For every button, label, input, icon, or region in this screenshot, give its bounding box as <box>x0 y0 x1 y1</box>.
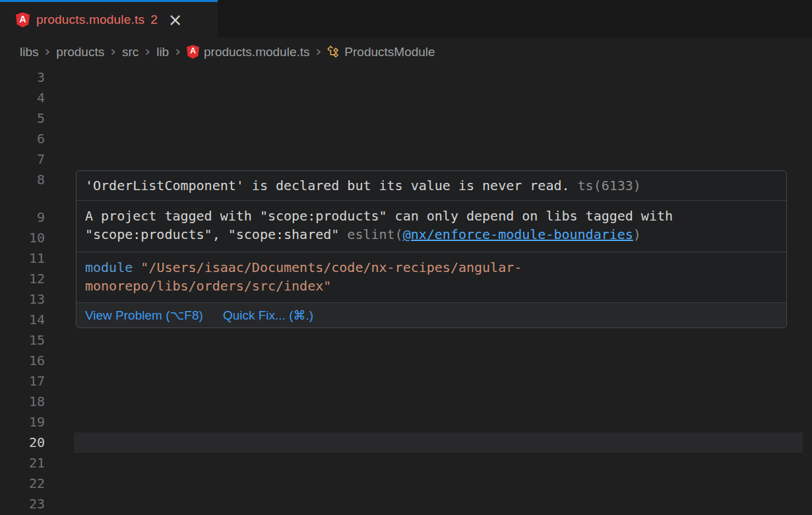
chevron-right-icon: › <box>45 43 51 59</box>
breadcrumb-item-libs[interactable]: libs <box>20 45 39 59</box>
breadcrumb-item-lib[interactable]: lib <box>156 45 169 59</box>
tab-products-module[interactable]: products.module.ts 2 × <box>0 0 218 38</box>
hover-action-view[interactable]: View Problem (⌥F8) <box>85 308 203 323</box>
code-line-18[interactable]: 18 <box>0 392 812 412</box>
line-number: 19 <box>0 412 45 432</box>
module-keyword: module <box>85 259 133 275</box>
line-number: 6 <box>0 129 45 149</box>
line-number: 13 <box>0 289 45 310</box>
breadcrumb-item-products[interactable]: products <box>56 45 104 59</box>
angular-logo-icon <box>187 45 199 59</box>
code-line-23[interactable]: 23 <box>0 494 812 514</box>
tab-title: products.module.ts <box>36 13 144 27</box>
code-line-16[interactable]: 16 <box>0 351 812 371</box>
line-number: 16 <box>0 351 45 371</box>
line-number: 22 <box>0 473 45 494</box>
breadcrumb-item-src[interactable]: src <box>122 45 139 59</box>
eslint-text-line1: A project tagged with "scope:products" c… <box>85 208 673 224</box>
line-number: 17 <box>0 371 45 392</box>
code-line-7[interactable]: 7 <box>0 149 812 170</box>
error-hover-popup: 'OrderListComponent' is declared but its… <box>76 170 787 328</box>
tab-bar: products.module.ts 2 × <box>0 0 812 38</box>
line-number: 18 <box>0 392 45 412</box>
line-number: 4 <box>0 88 45 108</box>
chevron-right-icon: › <box>144 43 150 59</box>
line-number: 20 <box>0 432 45 453</box>
line-number: 12 <box>0 269 45 289</box>
hover-action-quick[interactable]: Quick Fix... (⌘.) <box>223 308 313 323</box>
line-number: 21 <box>0 453 45 473</box>
line-number: 7 <box>0 149 45 170</box>
close-icon[interactable]: × <box>168 11 183 28</box>
chevron-right-icon: › <box>175 43 181 59</box>
code-line-15[interactable]: 15 <box>0 330 812 351</box>
hover-ts-message: 'OrderListComponent' is declared but its… <box>77 171 786 201</box>
chevron-right-icon: › <box>316 43 322 59</box>
code-line-19[interactable]: 19 <box>0 412 812 432</box>
hover-eslint-message: A project tagged with "scope:products" c… <box>77 201 786 252</box>
code-line-22[interactable]: 22 <box>0 473 812 494</box>
code-line-17[interactable]: 17 <box>0 371 812 392</box>
hover-action-bar: View Problem (⌥F8)Quick Fix... (⌘.) <box>77 303 786 327</box>
eslint-source-close: ) <box>633 226 641 242</box>
module-path-line1: "/Users/isaac/Documents/code/nx-recipes/… <box>141 259 522 275</box>
line-number: 5 <box>0 108 45 129</box>
eslint-text-line2: "scope:products", "scope:shared" <box>85 226 347 242</box>
breadcrumb: libs›products›src›lib›products.module.ts… <box>0 38 812 66</box>
eslint-rule-link[interactable]: @nx/enforce-module-boundaries <box>403 226 633 242</box>
line-number: 9 <box>0 207 45 228</box>
eslint-source-open: eslint( <box>347 226 402 242</box>
code-line-6[interactable]: 6 <box>0 129 812 149</box>
ts-error-code: ts(6133) <box>578 178 641 193</box>
line-number: 14 <box>0 310 45 330</box>
symbol-class-icon <box>327 46 340 58</box>
line-number: 15 <box>0 330 45 351</box>
line-number: 10 <box>0 228 45 248</box>
ts-error-text: 'OrderListComponent' is declared but its… <box>85 178 570 193</box>
hover-module-path: module "/Users/isaac/Documents/code/nx-r… <box>77 252 786 303</box>
line-number: 3 <box>0 67 45 88</box>
code-line-5[interactable]: 5 <box>0 108 812 129</box>
code-line-21[interactable]: 21 <box>0 453 812 473</box>
line-number: 11 <box>0 248 45 269</box>
breadcrumb-item-products-module-ts[interactable]: products.module.ts <box>187 45 310 59</box>
module-path-line2: monorepo/libs/orders/src/index" <box>85 278 331 294</box>
code-line-4[interactable]: 4 <box>0 88 812 108</box>
code-line-3[interactable]: 3 <box>0 67 812 88</box>
tab-problems-badge: 2 <box>150 13 158 27</box>
chevron-right-icon: › <box>110 43 116 59</box>
line-number: 8 <box>0 170 45 190</box>
breadcrumb-item-productsmodule[interactable]: ProductsModule <box>327 45 435 59</box>
code-line-20[interactable]: 20 <box>0 432 812 453</box>
code-editor[interactable]: 34567891011121314151617181920212223 'Ord… <box>0 66 812 515</box>
line-number: 23 <box>0 494 45 514</box>
angular-logo-icon <box>16 13 30 28</box>
